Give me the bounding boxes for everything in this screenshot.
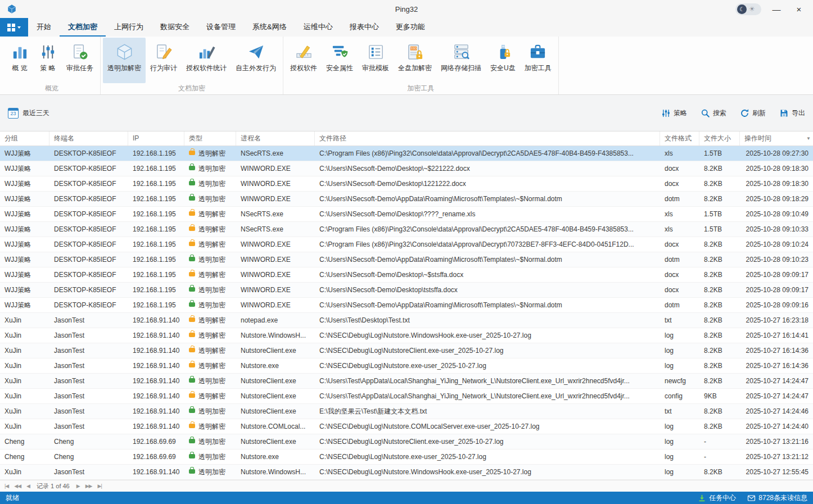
tab-device-mgmt[interactable]: 设备管理 bbox=[198, 18, 244, 37]
column-header-ip[interactable]: IP bbox=[128, 131, 184, 146]
cell-format: xls bbox=[660, 207, 699, 221]
table-row[interactable]: WJJ策略DESKTOP-K85IEOF192.168.1.195透明加密WIN… bbox=[0, 161, 813, 176]
table-row[interactable]: WJJ策略DESKTOP-K85IEOF192.168.1.195透明解密WIN… bbox=[0, 267, 813, 283]
cell-size: 1.5TB bbox=[699, 146, 740, 161]
ribbon-button-transparent-crypto[interactable]: 透明加解密 bbox=[103, 38, 146, 83]
cell-size: 1.5TB bbox=[699, 222, 740, 237]
table-row[interactable]: XuJinJasonTest192.168.91.140透明解密Nutstore… bbox=[0, 358, 813, 374]
table-row[interactable]: ChengCheng192.168.69.69透明加密Nutstore.exeC… bbox=[0, 449, 813, 465]
export-button[interactable]: 导出 bbox=[779, 108, 805, 118]
table-row[interactable]: WJJ策略DESKTOP-K85IEOF192.168.1.195透明加密WIN… bbox=[0, 252, 813, 267]
cell-group: WJJ策略 bbox=[0, 252, 49, 267]
tab-system-network[interactable]: 系统&网络 bbox=[244, 18, 295, 37]
table-row[interactable]: XuJinJasonTest192.168.91.140透明解密Nutstore… bbox=[0, 419, 813, 434]
tab-data-security[interactable]: 数据安全 bbox=[152, 18, 198, 37]
ribbon-button-crypto-tools[interactable]: 加密工具 bbox=[520, 38, 556, 83]
ribbon-button-authorized-stats[interactable]: 授权软件统计 bbox=[182, 38, 231, 83]
table-row[interactable]: WJJ策略DESKTOP-K85IEOF192.168.1.195透明解密NSe… bbox=[0, 222, 813, 237]
policy-button[interactable]: 策略 bbox=[661, 108, 687, 118]
cell-terminal: JasonTest bbox=[49, 328, 128, 343]
ribbon-button-approval-task[interactable]: 审批任务 bbox=[62, 38, 98, 83]
search-button[interactable]: 搜索 bbox=[701, 108, 726, 118]
ribbon-button-label: 加密工具 bbox=[525, 63, 552, 73]
tab-doc-encrypt[interactable]: 文档加密 bbox=[60, 18, 106, 37]
lock-decrypt-icon bbox=[189, 333, 195, 337]
cell-format: xls bbox=[660, 146, 699, 161]
lock-encrypt-icon bbox=[189, 439, 195, 443]
ribbon-button-label: 安全U盘 bbox=[490, 63, 516, 73]
first-page-button[interactable]: |◀ bbox=[4, 483, 8, 489]
task-center-button[interactable]: 任务中心 bbox=[698, 493, 736, 503]
close-button[interactable]: × bbox=[792, 4, 806, 14]
cell-time: 2025-10-27 14:24:47 bbox=[740, 389, 813, 403]
type-label: 透明解密 bbox=[198, 347, 225, 355]
ribbon-tab-bar: 开始文档加密上网行为数据安全设备管理系统&网络运维中心报表中心更多功能 bbox=[0, 18, 813, 37]
tab-report-center[interactable]: 报表中心 bbox=[341, 18, 387, 37]
cell-terminal: JasonTest bbox=[49, 419, 128, 434]
status-bar: 就绪 任务中心 8728条未读信息 bbox=[0, 492, 813, 504]
column-header-format[interactable]: 文件格式 bbox=[660, 131, 699, 146]
cell-ip: 192.168.91.140 bbox=[128, 404, 184, 419]
table-row[interactable]: WJJ策略DESKTOP-K85IEOF192.168.1.195透明加密WIN… bbox=[0, 176, 813, 192]
cell-path: E:\我的坚果云\Test\新建文本文档.txt bbox=[315, 404, 660, 419]
cell-ip: 192.168.91.140 bbox=[128, 374, 184, 388]
app-menu-button[interactable] bbox=[0, 18, 28, 37]
ribbon-button-overview[interactable]: 概 览 bbox=[6, 38, 34, 83]
ribbon-button-network-scan[interactable]: 网络存储扫描 bbox=[436, 38, 486, 83]
ribbon-button-approval-template[interactable]: 审批模板 bbox=[358, 38, 394, 83]
column-header-path[interactable]: 文件路径 bbox=[315, 131, 660, 146]
table-row[interactable]: XuJinJasonTest192.168.91.140透明加密Nutstore… bbox=[0, 404, 813, 419]
table-row[interactable]: WJJ策略DESKTOP-K85IEOF192.168.1.195透明解密NSe… bbox=[0, 146, 813, 161]
cell-group: WJJ策略 bbox=[0, 207, 49, 221]
table-row[interactable]: XuJinJasonTest192.168.91.140透明解密Nutstore… bbox=[0, 389, 813, 404]
column-header-process[interactable]: 进程名 bbox=[236, 131, 315, 146]
prev-page-button[interactable]: ◀ bbox=[26, 483, 30, 489]
table-row[interactable]: XuJinJasonTest192.168.91.140透明解密Nutstore… bbox=[0, 328, 813, 343]
table-row[interactable]: WJJ策略DESKTOP-K85IEOF192.168.1.195透明加密WIN… bbox=[0, 283, 813, 298]
column-menu-arrow-icon[interactable]: ▼ bbox=[806, 131, 811, 146]
cell-time: 2025-10-27 14:24:46 bbox=[740, 404, 813, 419]
table-row[interactable]: WJJ策略DESKTOP-K85IEOF192.168.1.195透明加密WIN… bbox=[0, 298, 813, 313]
ribbon-button-behavior-audit[interactable]: 行为审计 bbox=[146, 38, 182, 83]
ribbon-button-authorized-software[interactable]: 授权软件 bbox=[286, 38, 322, 83]
ribbon-button-fulldisk-crypto[interactable]: SSD全盘加解密 bbox=[394, 38, 436, 83]
table-row[interactable]: XuJinJasonTest192.168.91.140透明加密Nutstore… bbox=[0, 374, 813, 389]
tab-more-features[interactable]: 更多功能 bbox=[387, 18, 433, 37]
unread-messages-button[interactable]: 8728条未读信息 bbox=[747, 493, 807, 503]
tab-start[interactable]: 开始 bbox=[28, 18, 60, 37]
ribbon-button-security-attr[interactable]: 安全属性 bbox=[322, 38, 358, 83]
date-range-filter[interactable]: 23 最近三天 bbox=[8, 108, 49, 119]
ribbon-button-outgoing-behavior[interactable]: 自主外发行为 bbox=[231, 38, 281, 83]
next-page-button[interactable]: ▶ bbox=[76, 483, 80, 489]
last-page-button[interactable]: ▶| bbox=[98, 483, 102, 489]
table-row[interactable]: XuJinJasonTest192.168.91.140透明解密Nutstore… bbox=[0, 343, 813, 358]
type-label: 透明加密 bbox=[198, 377, 225, 385]
next-fast-button[interactable]: ▶▶ bbox=[85, 483, 92, 489]
column-header-time[interactable]: 操作时间▼ bbox=[740, 131, 813, 146]
table-row[interactable]: WJJ策略DESKTOP-K85IEOF192.168.1.195透明解密NSe… bbox=[0, 207, 813, 222]
theme-toggle[interactable]: ☾ ☀ bbox=[735, 3, 761, 15]
table-row[interactable]: XuJinJasonTest192.168.91.140透明解密notepad.… bbox=[0, 313, 813, 328]
column-header-terminal[interactable]: 终端名 bbox=[49, 131, 128, 146]
lock-encrypt-icon bbox=[189, 287, 195, 292]
prev-fast-button[interactable]: ◀◀ bbox=[14, 483, 21, 489]
ribbon-button-secure-usb[interactable]: 安全U盘 bbox=[486, 38, 520, 83]
table-row[interactable]: ChengCheng192.168.69.69透明加密NutstoreClien… bbox=[0, 434, 813, 449]
table-row[interactable]: WJJ策略DESKTOP-K85IEOF192.168.1.195透明加密WIN… bbox=[0, 192, 813, 207]
column-header-size[interactable]: 文件大小 bbox=[699, 131, 740, 146]
cell-format: log bbox=[660, 358, 699, 373]
cell-type: 透明解密 bbox=[184, 389, 236, 403]
tab-ops-center[interactable]: 运维中心 bbox=[295, 18, 341, 37]
column-header-group[interactable]: 分组 bbox=[0, 131, 49, 146]
table-row[interactable]: WJJ策略DESKTOP-K85IEOF192.168.1.195透明解密WIN… bbox=[0, 237, 813, 252]
cell-process: NutstoreClient.exe bbox=[236, 404, 315, 419]
cell-path: C:\NSEC\Debug\Log\NutstoreClient.exe-use… bbox=[315, 343, 660, 358]
ribbon-button-policy[interactable]: 策 略 bbox=[34, 38, 62, 83]
minimize-button[interactable]: — bbox=[769, 4, 784, 14]
tab-web-behavior[interactable]: 上网行为 bbox=[106, 18, 152, 37]
ribbon-group-overview: 概 览策 略审批任务概览 bbox=[3, 37, 101, 94]
refresh-button[interactable]: 刷新 bbox=[740, 108, 766, 118]
cell-format: txt bbox=[660, 404, 699, 419]
table-row[interactable]: XuJinJasonTest192.168.91.140透明加密Nutstore… bbox=[0, 465, 813, 480]
column-header-type[interactable]: 类型 bbox=[184, 131, 236, 146]
